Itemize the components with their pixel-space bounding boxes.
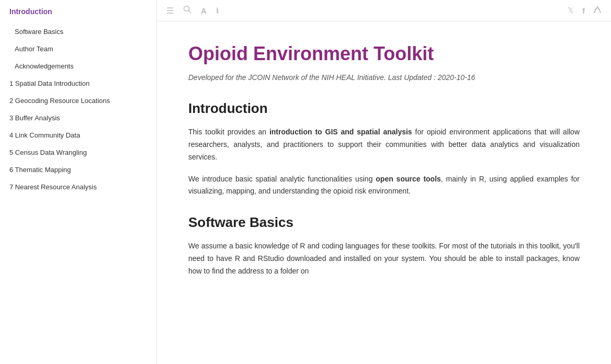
content-area: Opioid Environment Toolkit Developed for…	[157, 21, 611, 364]
software-paragraph-1: We assume a basic knowledge of R and cod…	[188, 240, 580, 277]
sidebar: Introduction Software Basics Author Team…	[0, 0, 157, 364]
intro-paragraph-2: We introduce basic spatial analytic func…	[188, 173, 580, 198]
sidebar-item-software-basics[interactable]: Software Basics	[0, 23, 156, 40]
hamburger-icon[interactable]: ☰	[166, 6, 174, 16]
sidebar-title[interactable]: Introduction	[0, 0, 156, 23]
sidebar-item-chapter6[interactable]: 6 Thematic Mapping	[0, 161, 156, 178]
search-icon[interactable]	[183, 5, 191, 16]
book-title: Opioid Environment Toolkit	[188, 42, 580, 65]
toolbar: ☰ A ℹ 𝕏 f	[157, 0, 611, 21]
intro-para1-bold: introduction to GIS and spatial analysis	[269, 128, 412, 136]
facebook-icon[interactable]: f	[582, 6, 585, 15]
book-subtitle: Developed for the JCOIN Network of the N…	[188, 73, 580, 82]
sidebar-item-chapter3[interactable]: 3 Buffer Analysis	[0, 109, 156, 127]
intro-para1-prefix: This toolkit provides an	[188, 128, 269, 136]
sidebar-item-chapter2[interactable]: 2 Geocoding Resource Locations	[0, 92, 156, 109]
software-heading: Software Basics	[188, 214, 580, 231]
info-icon[interactable]: ℹ	[216, 6, 219, 15]
intro-heading: Introduction	[188, 100, 580, 117]
intro-para2-bold: open source tools	[376, 175, 441, 183]
svg-line-1	[189, 11, 191, 13]
sidebar-item-chapter7[interactable]: 7 Nearest Resource Analysis	[0, 178, 156, 196]
sidebar-item-author-team[interactable]: Author Team	[0, 40, 156, 58]
sidebar-item-chapter5[interactable]: 5 Census Data Wrangling	[0, 144, 156, 161]
font-icon[interactable]: A	[201, 6, 207, 15]
share-icon[interactable]	[593, 6, 602, 16]
toolbar-right: 𝕏 f	[568, 6, 602, 16]
sidebar-item-chapter1[interactable]: 1 Spatial Data Introduction	[0, 75, 156, 92]
main-area: ☰ A ℹ 𝕏 f	[157, 0, 611, 364]
twitter-icon[interactable]: 𝕏	[568, 6, 574, 15]
intro-paragraph-1: This toolkit provides an introduction to…	[188, 126, 580, 163]
intro-para2-prefix: We introduce basic spatial analytic func…	[188, 175, 376, 183]
toolbar-left: ☰ A ℹ	[166, 5, 219, 16]
sidebar-item-acknowledgements[interactable]: Acknowledgements	[0, 58, 156, 75]
sidebar-item-chapter4[interactable]: 4 Link Community Data	[0, 127, 156, 144]
